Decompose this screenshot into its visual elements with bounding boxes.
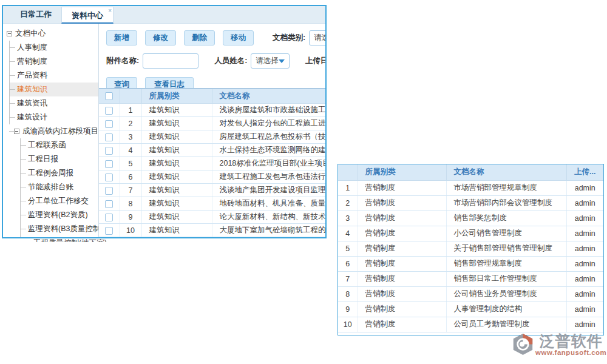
tree-item-project-doc[interactable]: 工程例会周报 (21, 166, 98, 180)
row-index: 10 (120, 224, 141, 237)
fanpu-watermark: 泛普软件 www.fanpusoft.com (512, 333, 605, 356)
attachment-name-input[interactable] (143, 53, 198, 69)
table-row[interactable]: 6 建筑知识 建筑工程施工发包与承包违法行为认定... (99, 170, 325, 184)
person-name-label: 人员姓名: (214, 56, 247, 66)
tree-item-category[interactable]: 营销制度 (10, 55, 98, 69)
action-button[interactable]: 删除 (184, 30, 215, 46)
row-uploader: admin (566, 286, 603, 302)
row-checkbox[interactable] (105, 133, 113, 141)
table-row[interactable]: 8 营销制度 公司销售业务员管理制度 admin (338, 286, 603, 302)
tree-item-category[interactable]: 产品资料 (10, 69, 98, 83)
tree-item-project-doc[interactable]: 分工单位工作移交 (21, 194, 98, 208)
table-row[interactable]: 9 营销制度 人事管理制度的结构 admin (338, 302, 603, 317)
tree-item-project-doc[interactable]: 工程日报 (21, 152, 98, 166)
table-row[interactable]: 5 营销制度 关于销售部管理销售管理制度 admin (338, 241, 603, 256)
action-button[interactable]: 移动 (223, 30, 254, 46)
collapse-icon[interactable] (7, 31, 12, 36)
table-row[interactable]: 3 营销制度 销售部奖惩制度 admin (338, 211, 603, 226)
row-uploader: admin (566, 271, 603, 286)
table-row[interactable]: 1 建筑知识 浅谈房屋建筑和市政基础设施工程施工... (99, 104, 325, 117)
row-index: 9 (338, 302, 358, 317)
table-row[interactable]: 2 营销制度 市场营销部内部会议管理制度 admin (338, 195, 603, 211)
tree-item-project-doc[interactable]: 监理资料(B4质量控制) (21, 236, 98, 237)
table-row[interactable]: 3 建筑知识 房屋建筑工程总承包投标书（技术标）... (99, 130, 325, 144)
row-checkbox[interactable] (105, 187, 113, 195)
row-doc-name: 市场营销部管理规章制度 (446, 180, 566, 195)
row-checkbox[interactable] (105, 147, 113, 155)
table-row[interactable]: 1 营销制度 市场营销部管理规章制度 admin (338, 180, 603, 195)
row-category: 建筑知识 (141, 104, 212, 117)
table-row[interactable]: 7 建筑知识 浅谈地产集团开发建设项目监理规划编... (99, 184, 325, 197)
row-checkbox[interactable] (105, 174, 113, 181)
row-doc-name: 销售部日常工作管理制度 (446, 271, 566, 286)
row-index: 6 (338, 256, 358, 271)
row-doc-name: 公司员工考勤管理制度 (446, 317, 566, 332)
tree-category-list: 人事制度营销制度产品资料建筑知识建筑资讯建筑设计 (9, 41, 98, 124)
row-index: 7 (338, 271, 358, 286)
row-category: 建筑知识 (141, 197, 212, 211)
table-row[interactable]: 4 建筑知识 水土保持生态环境监测网络的建设与资... (99, 144, 325, 157)
row-checkbox[interactable] (105, 214, 113, 221)
action-button[interactable]: 修改 (145, 30, 176, 46)
row-category: 建筑知识 (141, 184, 212, 197)
doc-category-select[interactable]: 请选择 (309, 30, 325, 46)
table-row[interactable]: 8 建筑知识 地砖地面材料、机具准备、质量要求及... (99, 197, 325, 211)
tree-item-category[interactable]: 人事制度 (10, 41, 98, 55)
table-row[interactable]: 6 营销制度 销售部管理规章制度 admin (338, 256, 603, 271)
row-doc-name: 浅谈房屋建筑和市政基础设施工程施工... (212, 104, 325, 117)
tree-item-project-doc[interactable]: 监理资料(B3质量控制) (21, 222, 98, 236)
tree-item-project-doc[interactable]: 监理资料(B2资质) (21, 208, 98, 222)
row-checkbox[interactable] (105, 227, 113, 235)
tree-item-project-doc[interactable]: 节能减排台账 (21, 180, 98, 194)
table-row[interactable]: 2 建筑知识 对发包人指定分包的工程施工进度安排... (99, 117, 325, 130)
tab-data-center[interactable]: 资料中心 × (61, 7, 114, 24)
row-checkbox[interactable] (105, 120, 113, 128)
row-uploader: admin (566, 180, 603, 195)
row-index: 6 (120, 170, 141, 184)
row-category: 营销制度 (358, 256, 446, 271)
table-row[interactable]: 10 营销制度 公司员工考勤管理制度 admin (338, 317, 603, 332)
collapse-icon[interactable] (14, 129, 19, 134)
brand-url: www.fanpusoft.com (535, 349, 606, 356)
row-doc-name: 建筑工程施工发包与承包违法行为认定... (212, 170, 325, 184)
row-doc-name: 地砖地面材料、机具准备、质量要求及... (212, 197, 325, 211)
tab-data-center-label: 资料中心 (72, 11, 103, 20)
select-all-checkbox[interactable] (105, 92, 113, 100)
tree-item-category[interactable]: 建筑资讯 (10, 96, 98, 110)
row-category: 建筑知识 (141, 117, 212, 130)
tab-daily-work[interactable]: 日常工作 (10, 6, 61, 23)
tree-node-document-center[interactable]: 文档中心 (3, 27, 98, 41)
table-row[interactable]: 9 建筑知识 论大厦新材料、新结构、新技术，新工... (99, 211, 325, 224)
row-category: 营销制度 (358, 226, 446, 241)
table-row[interactable]: 5 建筑知识 2018标准化监理项目部(业主项目部)人员... (99, 157, 325, 170)
tree-item-clipped: 工程质量控制(地下室) (33, 239, 107, 242)
row-index: 3 (120, 130, 141, 144)
table-header-row: 所属别类 文档名称 上传... (338, 164, 603, 180)
row-category: 营销制度 (358, 241, 446, 256)
fanpu-logo-icon (512, 333, 534, 356)
row-category: 建筑知识 (141, 224, 212, 237)
row-category: 营销制度 (358, 180, 446, 195)
row-index: 3 (338, 211, 358, 226)
tree-item-category[interactable]: 建筑设计 (10, 110, 98, 124)
row-index: 8 (338, 286, 358, 302)
person-name-value: 请选择 (256, 56, 279, 66)
row-checkbox[interactable] (105, 200, 113, 208)
row-category: 营销制度 (358, 195, 446, 211)
table-row[interactable]: 10 建筑知识 大厦地下室加气砼墙砌筑工程的施工方... (99, 224, 325, 237)
tree-node-project[interactable]: 成渝高铁内江标段项目 (9, 124, 98, 138)
upload-date-label: 上传日期 (305, 56, 325, 66)
row-index: 1 (338, 180, 358, 195)
row-checkbox[interactable] (105, 160, 113, 168)
table-row[interactable]: 4 营销制度 小公司销售管理制度 admin (338, 226, 603, 241)
tab-bar: 日常工作 资料中心 × (3, 6, 325, 24)
person-name-select[interactable]: 请选择 (251, 53, 290, 69)
table-row[interactable]: 7 营销制度 销售部日常工作管理制度 admin (338, 271, 603, 286)
tree-item-project-doc[interactable]: 工程联系函 (21, 138, 98, 152)
row-checkbox[interactable] (105, 107, 113, 115)
row-index: 9 (120, 211, 141, 224)
close-icon[interactable]: × (108, 8, 112, 14)
action-button[interactable]: 新增 (106, 30, 137, 46)
marketing-doc-table: 所属别类 文档名称 上传... 1 营销制度 市场营销部管理规章制度 admin… (338, 164, 603, 332)
tree-item-category[interactable]: 建筑知识 (10, 83, 98, 96)
